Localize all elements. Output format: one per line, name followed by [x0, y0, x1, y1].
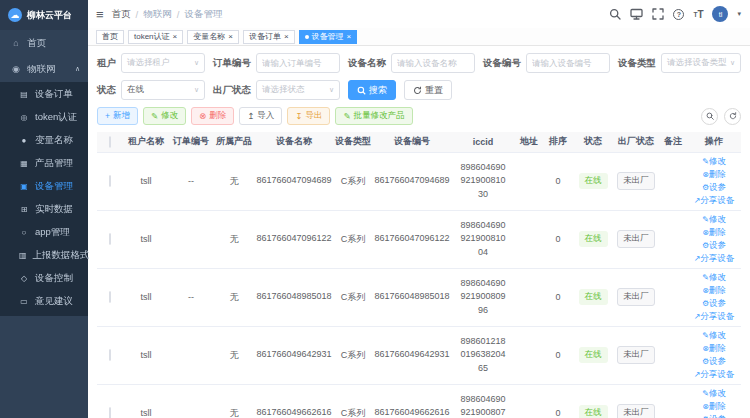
tab-label: 设备管理 [312, 31, 344, 42]
sidebar-item-token-auth[interactable]: ◎token认证 [0, 106, 88, 129]
sidebar-item-product-manage[interactable]: ▦产品管理 [0, 152, 88, 175]
tab-label: 首页 [102, 31, 118, 42]
edit-device-link[interactable]: ✎修改 [687, 213, 741, 226]
share-device-link[interactable]: ↗分享设备 [687, 310, 741, 323]
cell-order-no [169, 210, 213, 268]
sidebar-item-label: 实时数据 [35, 203, 73, 216]
delete-device-link[interactable]: ⊗删除 [687, 284, 741, 297]
add-button[interactable]: +新增 [97, 107, 138, 125]
edit-icon: ✎ [151, 111, 158, 121]
tab-home[interactable]: 首页 [96, 30, 124, 44]
search-button[interactable]: 搜索 [348, 80, 396, 100]
tab-close-icon[interactable]: × [284, 33, 289, 41]
edit-device-link[interactable]: ✎修改 [687, 387, 741, 400]
tab-close-icon[interactable]: × [347, 33, 352, 41]
cell-product: 无 [213, 268, 255, 326]
delete-device-link[interactable]: ⊗删除 [687, 342, 741, 355]
row-checkbox[interactable] [109, 233, 111, 245]
device-type-filter: 设备类型 请选择设备类型 ∨ [618, 53, 741, 73]
tab-device-order[interactable]: 设备订单× [243, 30, 295, 44]
column-header: 设备编号 [373, 132, 451, 152]
tenant-select[interactable]: 请选择租户 ∨ [121, 53, 205, 73]
toggle-search-button[interactable] [701, 108, 718, 125]
breadcrumb-item[interactable]: 物联网 [143, 8, 172, 21]
sidebar-item-device-control[interactable]: ◇设备控制 [0, 267, 88, 290]
share-device-link[interactable]: ↗分享设备 [687, 194, 741, 207]
edit-icon: ✎ [702, 157, 709, 166]
edit-device-link[interactable]: ✎修改 [687, 329, 741, 342]
status-value: 在线 [127, 84, 144, 96]
breadcrumb-separator: / [136, 9, 139, 20]
cell-device-name: 861766047094689 [255, 152, 333, 210]
cell-device-type: C系列 [333, 210, 373, 268]
cell-device-type: C系列 [333, 268, 373, 326]
chevron-down-icon: ∨ [194, 59, 199, 67]
order-no-input[interactable] [256, 53, 340, 73]
delete-device-link[interactable]: ⊗删除 [687, 400, 741, 413]
tab-close-icon[interactable]: × [173, 33, 178, 41]
sidebar-item-report-format[interactable]: ▥上报数据格式 [0, 244, 88, 267]
sidebar-item-app-manage[interactable]: ○app管理 [0, 221, 88, 244]
set-params-link[interactable]: ⚙设参 [687, 297, 741, 310]
sidebar-item-realtime-data[interactable]: ⊞实时数据 [0, 198, 88, 221]
cell-iccid: 89860469092190081004 [451, 210, 515, 268]
tab-close-icon[interactable]: × [228, 33, 233, 41]
device-no-filter: 设备编号 [483, 53, 610, 73]
app-logo[interactable]: ☁ 柳林云平台 [0, 0, 88, 30]
edit-device-link[interactable]: ✎修改 [687, 155, 741, 168]
sidebar-item-device-order[interactable]: ▤设备订单 [0, 83, 88, 106]
tab-token-auth[interactable]: token认证× [128, 30, 183, 44]
row-checkbox[interactable] [109, 349, 111, 361]
factory-status-select[interactable]: 请选择状态 ∨ [256, 80, 340, 100]
cell-device-type: C系列 [333, 152, 373, 210]
tab-variable-name[interactable]: 变量名称× [187, 30, 239, 44]
status-select[interactable]: 在线 ∨ [121, 80, 205, 100]
share-device-link[interactable]: ↗分享设备 [687, 252, 741, 265]
refresh-table-button[interactable] [724, 108, 741, 125]
row-checkbox[interactable] [109, 291, 111, 303]
delete-icon: ⊗ [702, 170, 709, 179]
chevron-down-icon[interactable]: ▾ [737, 10, 741, 18]
delete-device-link[interactable]: ⊗删除 [687, 226, 741, 239]
tab-device-manage[interactable]: 设备管理× [299, 30, 358, 44]
set-params-link[interactable]: ⚙设参 [687, 355, 741, 368]
sidebar-item-device-manage[interactable]: ▣设备管理 [0, 175, 88, 198]
edit-device-link[interactable]: ✎修改 [687, 271, 741, 284]
device-name-filter: 设备名称 [348, 53, 475, 73]
monitor-icon[interactable] [630, 8, 643, 20]
factory-status-badge: 未出厂 [617, 172, 655, 190]
reset-button[interactable]: 重置 [404, 80, 452, 100]
device-name-input[interactable] [391, 53, 475, 73]
sidebar-submenu: ▤设备订单◎token认证●变量名称▦产品管理▣设备管理⊞实时数据○app管理▥… [0, 82, 88, 316]
topbar-actions: ? TT tl ▾ [609, 6, 750, 22]
set-params-link[interactable]: ⚙设参 [687, 239, 741, 252]
device-type-select[interactable]: 请选择设备类型 ∨ [661, 53, 741, 73]
sidebar-item-home[interactable]: ⌂ 首页 [0, 30, 88, 56]
set-params-link[interactable]: ⚙设参 [687, 413, 741, 418]
help-icon[interactable]: ? [673, 9, 684, 20]
font-size-icon[interactable]: TT [693, 9, 703, 20]
select-all-checkbox[interactable] [109, 136, 111, 148]
search-icon[interactable] [609, 8, 621, 20]
row-checkbox[interactable] [109, 407, 111, 418]
batch-edit-product-button[interactable]: ✎批量修改产品 [335, 107, 412, 125]
import-button[interactable]: ↥导入 [239, 107, 282, 125]
collapse-menu-icon[interactable]: ≡ [88, 8, 112, 21]
edit-button[interactable]: ✎修改 [143, 107, 186, 125]
row-checkbox[interactable] [109, 175, 111, 187]
delete-device-link[interactable]: ⊗删除 [687, 168, 741, 181]
breadcrumb-item[interactable]: 首页 [112, 8, 131, 21]
sidebar-item-feedback[interactable]: ▭意见建议 [0, 290, 88, 313]
delete-button[interactable]: ⊗删除 [191, 107, 234, 125]
topbar: ≡ 首页/物联网/设备管理 ? TT tl ▾ [88, 0, 750, 28]
set-params-link[interactable]: ⚙设参 [687, 181, 741, 194]
avatar[interactable]: tl [712, 6, 728, 22]
device-name-label: 设备名称 [348, 57, 386, 70]
fullscreen-icon[interactable] [652, 8, 664, 20]
sidebar-item-iot[interactable]: ◉ 物联网 ∧ [0, 56, 88, 82]
export-button[interactable]: ↧导出 [287, 107, 330, 125]
share-device-link[interactable]: ↗分享设备 [687, 368, 741, 381]
edit-icon: ✎ [702, 389, 709, 398]
sidebar-item-variable-name[interactable]: ●变量名称 [0, 129, 88, 152]
device-no-input[interactable] [526, 53, 610, 73]
